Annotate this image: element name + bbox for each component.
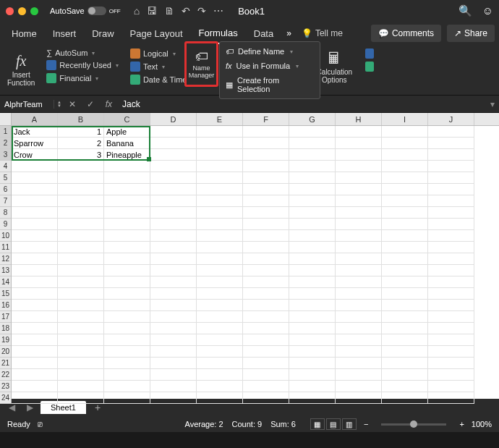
cell[interactable]	[150, 334, 197, 346]
cell[interactable]	[104, 230, 150, 242]
cell[interactable]	[150, 195, 197, 207]
cell[interactable]	[428, 346, 474, 358]
cell[interactable]	[382, 230, 428, 242]
sheet-nav-next[interactable]: ▶	[22, 402, 38, 413]
cell[interactable]	[58, 381, 104, 392]
close-window[interactable]	[6, 7, 14, 15]
cell[interactable]: Apple	[104, 126, 150, 138]
cell[interactable]	[58, 207, 104, 219]
cell[interactable]	[428, 195, 474, 207]
cell[interactable]	[104, 311, 150, 323]
cell[interactable]	[104, 346, 150, 358]
cell-grid[interactable]: Jack1AppleSparrow2BananaCrow3Pineapple	[12, 126, 499, 404]
cell[interactable]	[428, 358, 474, 369]
cell[interactable]	[382, 392, 428, 404]
cell[interactable]	[428, 219, 474, 230]
cell[interactable]	[243, 288, 289, 300]
row-header-9[interactable]: 9	[0, 219, 11, 230]
row-header-18[interactable]: 18	[0, 323, 11, 334]
cell[interactable]	[12, 358, 58, 369]
cell[interactable]	[12, 300, 58, 311]
calc-sheet-button[interactable]	[362, 61, 377, 72]
cell[interactable]	[243, 358, 289, 369]
cell[interactable]	[12, 288, 58, 300]
cell[interactable]	[197, 311, 243, 323]
cell[interactable]	[336, 288, 382, 300]
cell[interactable]	[243, 392, 289, 404]
cell[interactable]	[150, 300, 197, 311]
cell[interactable]	[197, 126, 243, 138]
cell[interactable]	[104, 207, 150, 219]
cell[interactable]	[58, 184, 104, 195]
cell[interactable]	[58, 311, 104, 323]
col-header-G[interactable]: G	[289, 113, 336, 125]
page-layout-icon[interactable]: ▤	[326, 418, 341, 430]
cell[interactable]	[289, 358, 336, 369]
account-icon[interactable]: ☺	[482, 4, 493, 17]
save-icon[interactable]: 🖫	[147, 5, 157, 17]
col-header-A[interactable]: A	[12, 113, 58, 125]
cell[interactable]	[104, 253, 150, 265]
col-header-B[interactable]: B	[58, 113, 104, 125]
use-in-formula-item[interactable]: fxUse in Formula▾	[220, 59, 320, 73]
enter-icon[interactable]: ✓	[82, 99, 98, 109]
cell[interactable]	[197, 276, 243, 288]
cell[interactable]	[12, 207, 58, 219]
create-from-selection-item[interactable]: ▦Create from Selection	[220, 73, 320, 96]
cell[interactable]	[58, 219, 104, 230]
tab-insert[interactable]: Insert	[46, 24, 84, 43]
col-header-I[interactable]: I	[382, 113, 428, 125]
cell[interactable]	[104, 300, 150, 311]
cell[interactable]	[58, 172, 104, 184]
cell[interactable]	[104, 358, 150, 369]
cell[interactable]	[428, 253, 474, 265]
row-header-17[interactable]: 17	[0, 311, 11, 323]
cell[interactable]	[336, 311, 382, 323]
cell[interactable]	[104, 381, 150, 392]
row-header-8[interactable]: 8	[0, 207, 11, 219]
minimize-window[interactable]	[18, 7, 26, 15]
cell[interactable]	[382, 346, 428, 358]
cell[interactable]	[197, 381, 243, 392]
cell[interactable]	[12, 381, 58, 392]
cell[interactable]	[289, 265, 336, 276]
cell[interactable]	[382, 334, 428, 346]
cell[interactable]	[104, 323, 150, 334]
fx-icon[interactable]: fx	[101, 99, 116, 109]
cell[interactable]: 3	[58, 149, 104, 161]
undo-icon[interactable]: ↶	[182, 5, 190, 17]
cell[interactable]	[336, 334, 382, 346]
cell[interactable]	[150, 149, 197, 161]
cell[interactable]	[197, 138, 243, 149]
cell[interactable]	[428, 207, 474, 219]
cell[interactable]	[289, 311, 336, 323]
row-header-1[interactable]: 1	[0, 126, 11, 138]
cell[interactable]	[150, 346, 197, 358]
cell[interactable]	[289, 253, 336, 265]
row-header-6[interactable]: 6	[0, 184, 11, 195]
cell[interactable]	[428, 311, 474, 323]
accessibility-icon[interactable]: ⎚	[38, 420, 43, 428]
cell[interactable]	[382, 265, 428, 276]
cell[interactable]	[150, 242, 197, 253]
cell[interactable]: 1	[58, 126, 104, 138]
row-header-20[interactable]: 20	[0, 346, 11, 358]
cell[interactable]	[150, 358, 197, 369]
cell[interactable]	[382, 172, 428, 184]
cell[interactable]	[104, 392, 150, 404]
cell[interactable]	[104, 369, 150, 381]
cell[interactable]	[150, 288, 197, 300]
cell[interactable]: Jack	[12, 126, 58, 138]
cell[interactable]	[243, 207, 289, 219]
cell[interactable]	[58, 230, 104, 242]
cell[interactable]	[382, 358, 428, 369]
save-as-icon[interactable]: 🗎	[164, 5, 174, 17]
cell[interactable]	[58, 253, 104, 265]
page-break-icon[interactable]: ▥	[342, 418, 357, 430]
cell[interactable]	[289, 346, 336, 358]
cell[interactable]	[58, 242, 104, 253]
cell[interactable]	[243, 138, 289, 149]
cell[interactable]	[197, 230, 243, 242]
cell[interactable]	[58, 288, 104, 300]
cell[interactable]	[289, 392, 336, 404]
